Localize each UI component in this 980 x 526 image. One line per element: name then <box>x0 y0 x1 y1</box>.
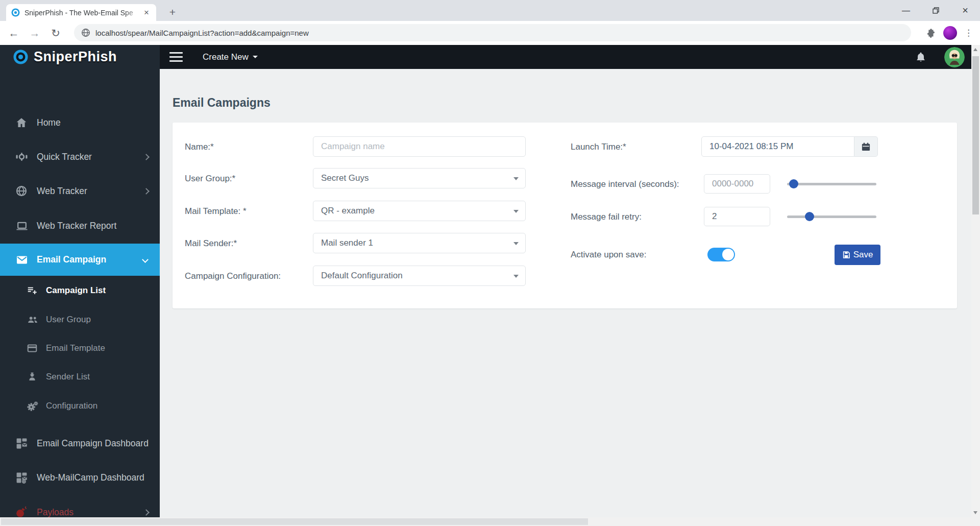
browser-profile-avatar[interactable] <box>943 26 957 40</box>
site-info-globe-icon[interactable] <box>81 28 90 37</box>
sniperphish-logo-icon <box>13 49 29 65</box>
chevron-right-icon <box>143 154 150 160</box>
sidebar-item-label: Campaign List <box>46 285 106 296</box>
site-favicon-target-icon <box>11 8 20 17</box>
window-minimize-button[interactable]: — <box>891 0 921 21</box>
sidebar-item-web-tracker-report[interactable]: Web Tracker Report <box>0 208 160 244</box>
url-text[interactable]: localhost/spear/MailCampaignList?action=… <box>95 29 309 37</box>
user-avatar[interactable] <box>944 47 965 67</box>
extensions-icon[interactable] <box>925 28 936 39</box>
sidebar-subitem-campaign-list[interactable]: Campaign List <box>0 276 160 305</box>
window-restore-button[interactable] <box>921 0 950 21</box>
notifications-bell-icon[interactable] <box>915 51 927 63</box>
launch-time-input[interactable] <box>701 136 854 157</box>
slider-knob[interactable] <box>789 179 798 188</box>
topbar-right <box>915 45 965 69</box>
message-interval-input[interactable] <box>704 174 770 194</box>
horizontal-scroll-thumb[interactable] <box>1 518 588 525</box>
sidebar-item-label: Sender List <box>46 372 90 382</box>
horizontal-scrollbar[interactable] <box>0 517 971 526</box>
back-button[interactable]: ← <box>4 23 23 43</box>
name-label: Name:* <box>185 142 214 152</box>
caret-down-icon <box>253 56 258 58</box>
chevron-right-icon <box>143 509 150 516</box>
activate-toggle[interactable] <box>707 248 735 261</box>
app-logo-text: SniperPhish <box>34 49 117 65</box>
select-caret-icon <box>513 242 519 245</box>
tab-title: SniperPhish - The Web-Email Spe <box>24 9 142 17</box>
screen: SniperPhish - The Web-Email Spe × + — × … <box>0 0 980 526</box>
bomb-icon <box>15 506 30 518</box>
sidebar-item-quick-tracker[interactable]: Quick Tracker <box>0 140 160 174</box>
sidebar: Home Quick Tracker <box>0 69 160 517</box>
calendar-button[interactable] <box>854 136 878 157</box>
sidebar-item-label: Email Template <box>46 343 105 353</box>
sidebar-item-label: Email Campaign <box>37 254 106 265</box>
sidebar-subitem-user-group[interactable]: User Group <box>0 305 160 334</box>
app-brand[interactable]: SniperPhish <box>0 45 160 69</box>
scroll-up-arrow-icon[interactable] <box>973 48 977 51</box>
message-interval-label: Message interval (seconds): <box>571 179 679 189</box>
slider-knob[interactable] <box>805 212 814 221</box>
sidebar-item-web-mailcamp-dashboard[interactable]: Web-MailCamp Dashboard <box>0 461 160 494</box>
message-interval-slider[interactable] <box>787 179 876 188</box>
window-controls: — × <box>891 0 980 21</box>
slider-track[interactable] <box>787 216 876 218</box>
activate-label: Activate upon save: <box>571 250 646 260</box>
calendar-icon <box>861 142 871 152</box>
reload-button[interactable]: ↻ <box>46 23 65 43</box>
forward-button[interactable]: → <box>25 23 44 43</box>
users-icon <box>27 314 39 326</box>
globe-icon <box>15 185 30 197</box>
user-group-select[interactable]: Secret Guys <box>313 168 526 188</box>
campaign-form-card: Name:* User Group:* Secret Guys Mail Tem… <box>173 123 957 308</box>
new-tab-button[interactable]: + <box>165 5 180 19</box>
sidebar-item-label: Web Tracker <box>37 186 87 197</box>
main-content: Email Campaigns Name:* User Group:* Secr… <box>160 69 971 517</box>
create-new-menu[interactable]: Create New <box>203 45 258 69</box>
scroll-down-arrow-icon[interactable] <box>973 511 977 514</box>
select-caret-icon <box>513 275 519 278</box>
page-title: Email Campaigns <box>173 96 271 110</box>
template-icon <box>27 342 39 354</box>
tab-close-icon[interactable]: × <box>142 8 151 18</box>
save-button[interactable]: Save <box>835 245 880 265</box>
sidebar-item-label: User Group <box>46 315 91 325</box>
window-close-button[interactable]: × <box>950 0 980 21</box>
slider-track[interactable] <box>787 183 876 185</box>
sender-icon <box>27 371 39 383</box>
gears-icon <box>27 400 39 412</box>
chevron-right-icon <box>143 188 150 195</box>
mail-sender-value: Mail sender 1 <box>321 238 373 248</box>
toggle-knob[interactable] <box>722 249 734 260</box>
address-bar[interactable]: localhost/spear/MailCampaignList?action=… <box>74 24 911 41</box>
mail-sender-select[interactable]: Mail sender 1 <box>313 233 526 253</box>
sidebar-item-label: Home <box>37 117 61 128</box>
sidebar-item-email-campaign-dashboard[interactable]: Email Campaign Dashboard <box>0 426 160 460</box>
fail-retry-label: Message fail retry: <box>571 212 642 222</box>
save-label: Save <box>853 250 873 260</box>
sidebar-item-home[interactable]: Home <box>0 106 160 139</box>
sidebar-subitem-configuration[interactable]: Configuration <box>0 392 160 420</box>
sidebar-subitem-email-template[interactable]: Email Template <box>0 334 160 363</box>
campaign-configuration-value: Default Configuration <box>321 271 403 281</box>
sidebar-item-email-campaign[interactable]: Email Campaign <box>0 244 160 276</box>
sidebar-subitem-sender-list[interactable]: Sender List <box>0 363 160 391</box>
fail-retry-slider[interactable] <box>787 212 876 221</box>
fail-retry-input[interactable] <box>704 207 770 226</box>
mail-template-select[interactable]: QR - example <box>313 201 526 221</box>
campaign-name-input[interactable] <box>313 136 526 157</box>
launch-time-group <box>701 136 878 157</box>
vertical-scrollbar[interactable] <box>971 45 980 517</box>
avatar-image <box>944 47 965 67</box>
sidebar-item-web-tracker[interactable]: Web Tracker <box>0 174 160 208</box>
select-caret-icon <box>513 210 519 213</box>
browser-tab[interactable]: SniperPhish - The Web-Email Spe × <box>6 4 156 21</box>
campaign-configuration-select[interactable]: Default Configuration <box>313 266 526 286</box>
sidebar-toggle-hamburger-icon[interactable] <box>169 45 185 69</box>
mail-sender-label: Mail Sender:* <box>185 238 237 249</box>
vertical-scroll-thumb[interactable] <box>972 56 979 214</box>
browser-menu-icon[interactable]: ⋮ <box>964 28 973 38</box>
create-new-label: Create New <box>203 52 249 62</box>
sidebar-item-label: Payloads <box>37 507 74 518</box>
